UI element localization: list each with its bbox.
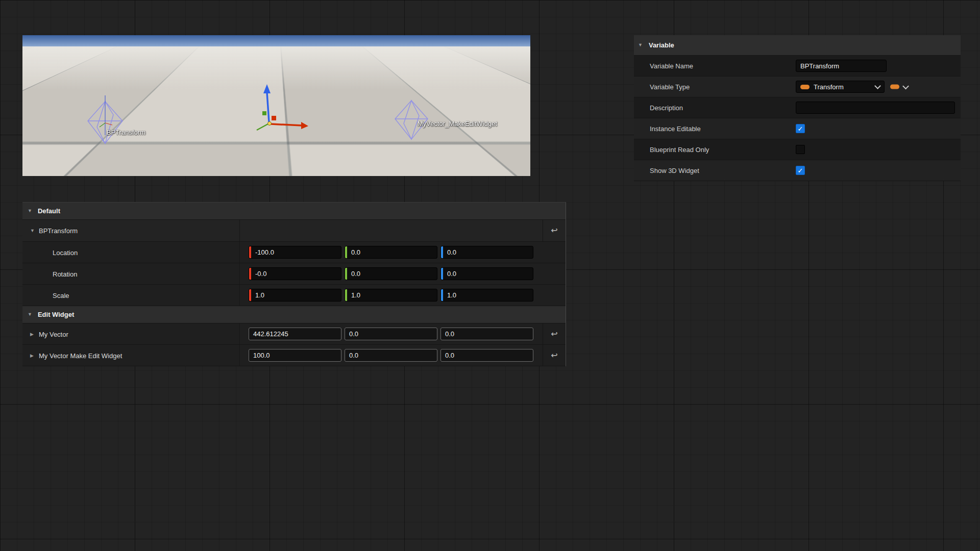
scale-row: Scale 1.0 1.0 1.0 [22, 285, 566, 306]
bptransform-row[interactable]: ▼ BPTransform ↩ [22, 220, 566, 242]
my-vector-row: ▶ My Vector 442.612245 0.0 0.0 ↩ [22, 323, 566, 345]
my-vector-y-field[interactable]: 0.0 [345, 328, 437, 340]
axis-z-color-bar [441, 268, 443, 280]
instance-editable-label: Instance Editable [650, 125, 701, 133]
category-edit-widget[interactable]: ▼ Edit Widget [22, 306, 566, 323]
reset-column: ↩ [543, 323, 566, 344]
category-default-label: Default [38, 207, 60, 215]
rotation-y-field[interactable]: 0.0 [345, 267, 437, 280]
show-3d-widget-label: Show 3D Widget [650, 167, 699, 174]
transform-gizmo[interactable] [257, 84, 308, 130]
my-vector-x-field[interactable]: 442.612245 [249, 328, 341, 340]
gizmo-origin-dot [268, 122, 272, 126]
scale-z-field[interactable]: 1.0 [440, 289, 533, 302]
my-vector-make-edit-widget-y-field[interactable]: 0.0 [345, 349, 437, 362]
mvmew-y-value: 0.0 [349, 352, 358, 359]
reset-column: ↩ [543, 345, 566, 366]
location-z-value: 0.0 [447, 248, 456, 256]
expand-arrow-icon[interactable]: ▼ [30, 229, 35, 233]
checkmark-icon: ✓ [798, 167, 803, 174]
axis-y-color-bar [345, 246, 347, 258]
collapse-arrow-icon[interactable]: ▶ [30, 353, 34, 358]
my-vector-label: My Vector [39, 330, 68, 338]
my-vector-make-edit-widget-x-field[interactable]: 100.0 [249, 349, 341, 362]
location-y-field[interactable]: 0.0 [345, 246, 437, 259]
variable-name-row: Variable Name [634, 56, 961, 77]
reset-to-default-button[interactable]: ↩ [551, 330, 557, 338]
rotation-label: Rotation [53, 270, 77, 278]
show-3d-widget-checkbox[interactable]: ✓ [796, 166, 805, 175]
checkmark-icon: ✓ [798, 126, 803, 132]
blueprint-read-only-row: Blueprint Read Only ✓ [634, 139, 961, 160]
rotation-y-value: 0.0 [351, 270, 360, 278]
widget-label-bptransform: BPTransform [107, 129, 145, 136]
my-vector-make-edit-widget-label: My Vector Make Edit Widget [39, 352, 122, 359]
variable-type-row: Variable Type Transform [634, 77, 961, 97]
show-3d-widget-row: Show 3D Widget ✓ [634, 160, 961, 181]
rotation-z-value: 0.0 [447, 270, 456, 278]
bptransform-label: BPTransform [39, 227, 78, 235]
variable-category-header[interactable]: ▼ Variable [634, 35, 961, 56]
gizmo-x-arrow-icon [301, 122, 308, 129]
variable-details-panel: ▼ Variable Variable Name Variable Type T… [634, 35, 961, 181]
category-default[interactable]: ▼ Default [22, 203, 566, 220]
category-edit-widget-label: Edit Widget [38, 311, 74, 318]
scale-x-value: 1.0 [255, 291, 264, 299]
category-expand-icon: ▼ [28, 209, 32, 213]
axis-x-color-bar [249, 246, 251, 258]
reset-to-default-button[interactable]: ↩ [551, 352, 557, 360]
chevron-down-icon [902, 83, 909, 89]
my-vector-x-value: 442.612245 [253, 330, 288, 338]
scale-label: Scale [53, 291, 69, 299]
column-divider [239, 220, 240, 241]
gizmo-y-axis-icon [257, 124, 268, 130]
location-x-field[interactable]: -100.0 [249, 246, 341, 259]
scale-y-field[interactable]: 1.0 [345, 289, 437, 302]
variable-panel-title: Variable [649, 41, 674, 49]
location-x-value: -100.0 [255, 248, 274, 256]
rotation-z-field[interactable]: 0.0 [440, 267, 533, 280]
scale-x-field[interactable]: 1.0 [249, 289, 341, 302]
axis-y-color-bar [345, 289, 347, 301]
my-vector-make-edit-widget-z-field[interactable]: 0.0 [440, 349, 533, 362]
blueprint-editor: BPTransform MyVector_MakeEditWidget ▼ Va… [0, 0, 980, 551]
description-label: Description [650, 104, 683, 112]
variable-type-dropdown[interactable]: Transform [796, 81, 885, 93]
gizmo-z-arrow-icon [263, 84, 271, 93]
my-vector-z-field[interactable]: 0.0 [440, 328, 533, 340]
mvmew-x-value: 100.0 [253, 352, 270, 359]
category-expand-icon: ▼ [638, 43, 643, 47]
location-y-value: 0.0 [351, 248, 360, 256]
description-row: Description [634, 97, 961, 118]
rotation-x-field[interactable]: -0.0 [249, 267, 341, 280]
viewport-3d[interactable]: BPTransform MyVector_MakeEditWidget [22, 35, 530, 176]
axis-x-color-bar [249, 289, 251, 301]
collapse-arrow-icon[interactable]: ▶ [30, 332, 34, 336]
blueprint-read-only-label: Blueprint Read Only [650, 146, 709, 154]
reset-to-default-button[interactable]: ↩ [551, 227, 557, 235]
scale-z-value: 1.0 [447, 291, 456, 299]
gizmo-plane-handle-red [272, 116, 276, 120]
widget-label-myvector: MyVector_MakeEditWidget [418, 120, 497, 128]
mvmew-z-value: 0.0 [445, 352, 454, 359]
container-type-pill-icon [890, 85, 899, 89]
viewport-overlay [22, 35, 530, 176]
column-divider [239, 345, 240, 366]
instance-editable-row: Instance Editable ✓ [634, 118, 961, 139]
instance-editable-checkbox[interactable]: ✓ [796, 124, 805, 133]
blueprint-read-only-checkbox[interactable]: ✓ [796, 145, 805, 154]
axis-y-color-bar [345, 268, 347, 280]
axis-z-color-bar [441, 246, 443, 258]
transform-type-pill-icon [800, 85, 810, 89]
my-vector-make-edit-widget-row: ▶ My Vector Make Edit Widget 100.0 0.0 0… [22, 345, 566, 366]
variable-name-input[interactable] [796, 60, 887, 72]
rotation-row: Rotation -0.0 0.0 0.0 [22, 263, 566, 285]
variable-type-value: Transform [814, 83, 871, 91]
location-z-field[interactable]: 0.0 [440, 246, 533, 259]
gizmo-plane-handle-green [262, 111, 266, 115]
container-type-dropdown[interactable] [890, 85, 908, 89]
my-vector-y-value: 0.0 [349, 330, 358, 338]
column-divider [239, 263, 240, 284]
defaults-details-panel: ▼ Default ▼ BPTransform ↩ Location -100.… [22, 202, 566, 366]
description-input[interactable] [796, 102, 955, 114]
